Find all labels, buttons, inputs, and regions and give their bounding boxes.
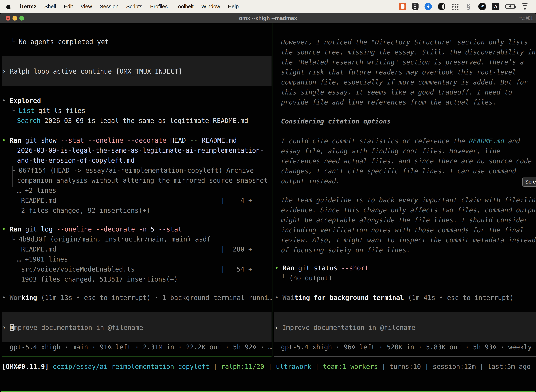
text-segment: [OMX#0.11.9] — [2, 363, 53, 370]
menu-item-session[interactable]: Session — [100, 4, 119, 9]
menu-item-help[interactable]: Help — [228, 4, 239, 9]
count-badge-icon[interactable]: ..61 — [478, 3, 486, 10]
omx-status-bar: [OMX#0.11.9] cczip/essay/ai-reimplementa… — [0, 23, 536, 392]
menu-item-shell[interactable]: Shell — [44, 4, 56, 9]
window-title: omx --xhigh --madmax — [0, 13, 536, 23]
text-segment: | — [210, 363, 221, 370]
terminal-area: └ No agents completed yet› Ralph loop ac… — [0, 23, 536, 392]
menu-left: iTerm2ShellEditViewSessionScriptsProfile… — [0, 4, 239, 9]
menu-item-window[interactable]: Window — [201, 4, 220, 9]
text-segment: cczip/essay/ai-reimplementation-copyleft — [53, 363, 210, 370]
menu-item-profiles[interactable]: Profiles — [150, 4, 168, 9]
text-segment: | turns:10 | session:12m | last:5m ago — [378, 363, 531, 370]
text-segment: ultrawork — [276, 363, 311, 370]
text-segment: | — [311, 363, 323, 370]
menu-bar: iTerm2ShellEditViewSessionScriptsProfile… — [0, 0, 536, 13]
menu-item-view[interactable]: View — [81, 4, 92, 9]
iterm-window: omx --xhigh --madmax ⌥⌘1 └ No agents com… — [0, 13, 536, 392]
screenshot-capture-icon[interactable] — [399, 3, 406, 10]
title-bar[interactable]: omx --xhigh --madmax ⌥⌘1 — [0, 13, 536, 23]
wifi-icon[interactable] — [521, 3, 529, 10]
window-shortcut-badge: ⌥⌘1 — [519, 13, 533, 23]
menu-status-icons: ..61A — [399, 3, 536, 10]
input-source-icon[interactable]: A — [492, 3, 499, 10]
icon-label: ..61 — [480, 5, 485, 8]
tmux-status-bar: [omx-cczip0:bash* "MacBook-Pro-44.local"… — [1, 391, 535, 392]
pie-crescent-icon[interactable] — [438, 3, 445, 10]
menu-item-edit[interactable]: Edit — [64, 4, 73, 9]
text-segment: | — [264, 363, 276, 370]
text-segment: team:1 workers — [323, 363, 378, 370]
menu-item-scripts[interactable]: Scripts — [126, 4, 143, 9]
text-segment: ralph:11/20 — [221, 363, 264, 370]
menu-item-iterm2[interactable]: iTerm2 — [20, 4, 37, 9]
blue-wave-icon[interactable] — [425, 3, 432, 10]
apple-menu-icon[interactable] — [6, 4, 11, 9]
battery-icon[interactable] — [505, 4, 515, 9]
shield-grid-icon[interactable] — [412, 3, 419, 10]
screen-share-tooltip[interactable]: Scre — [522, 177, 536, 187]
icon-label: A — [494, 4, 498, 9]
scroll-s-icon[interactable] — [464, 3, 472, 10]
dots-grid-icon[interactable] — [451, 3, 459, 10]
omx-status-line: [OMX#0.11.9] cczip/essay/ai-reimplementa… — [2, 362, 531, 372]
menu-item-toolbelt[interactable]: Toolbelt — [176, 4, 194, 9]
